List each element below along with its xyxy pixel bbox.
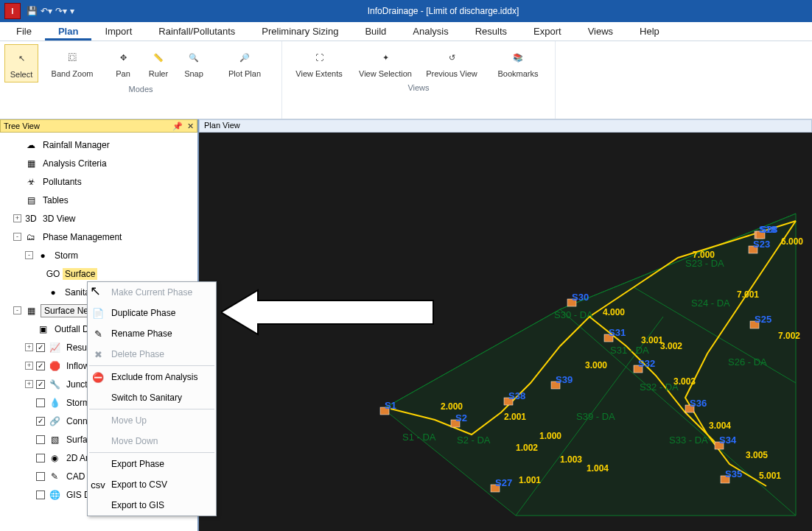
title-bar: I 💾 ↶▾ ↷▾ ▾ InfoDrainage - [Limit of dis… [0, 0, 812, 22]
delete-icon: ✖ [91, 347, 105, 362]
menu-results[interactable]: Results [462, 23, 520, 41]
ctx-label: Delete Phase [111, 349, 164, 359]
tables-icon: ▤ [24, 194, 38, 206]
ribbon-group-label: Modes [4, 82, 277, 95]
viewselection-icon: ✦ [375, 47, 396, 68]
svg-text:5.001: 5.001 [759, 471, 781, 481]
ctx-duplicate[interactable]: 📄Duplicate Phase [88, 303, 216, 323]
tree-item-criteria[interactable]: ▦Analysis Criteria [0, 154, 197, 172]
expand-toggle[interactable]: - [25, 251, 33, 259]
plotplan-button[interactable]: 🔎Plot Plan [212, 44, 277, 82]
checkbox[interactable] [36, 454, 45, 463]
checkbox[interactable] [36, 490, 45, 499]
svg-text:S1: S1 [385, 400, 396, 411]
ctx-exportcsv[interactable]: csvExport to CSV [88, 474, 216, 495]
expand-toggle[interactable]: + [25, 343, 33, 351]
menu-plan[interactable]: Plan [45, 23, 91, 41]
tree-item-pollutants[interactable]: ☣Pollutants [0, 172, 197, 191]
ctx-exportgis[interactable]: Export to GIS [88, 495, 216, 516]
menu-help[interactable]: Help [626, 23, 673, 41]
svg-text:S36: S36 [690, 398, 707, 409]
menu-analysis[interactable]: Analysis [399, 23, 461, 41]
connect-icon: 🔗 [48, 415, 61, 427]
expand-toggle[interactable]: - [13, 233, 21, 241]
ribbon-label: View Extents [295, 69, 342, 78]
ctx-exclude[interactable]: ⛔Exclude from Analysis [88, 367, 216, 387]
svg-text:S39 - DA: S39 - DA [576, 411, 615, 422]
checkbox[interactable]: ✓ [36, 343, 45, 352]
ctx-label: Make Current Phase [111, 287, 192, 298]
plan-view-header: Plan View [199, 119, 812, 133]
separator [89, 365, 214, 366]
ctx-rename[interactable]: ✎Rename Phase [88, 323, 216, 344]
ruler-button[interactable]: 📏Ruler [141, 44, 175, 82]
svg-text:S28: S28 [760, 224, 777, 235]
junctions-icon: 🔧 [48, 379, 61, 390]
viewselection-button[interactable]: ✦View Selection [353, 44, 418, 81]
ribbon-label: Previous View [426, 69, 477, 78]
select-button[interactable]: ↖Select [4, 44, 38, 82]
pin-icon[interactable]: 📌 [172, 122, 183, 131]
ribbon: ↖Select⿴Band Zoom✥Pan📏Ruler🔍Snap🔎Plot Pl… [0, 41, 812, 119]
ctx-delete: ✖Delete Phase [88, 344, 216, 365]
gisdata-icon: 🌐 [48, 489, 61, 501]
ctx-switch[interactable]: Switch to Sanitary [88, 387, 216, 408]
tree-item-rainfall[interactable]: ☁Rainfall Manager [0, 136, 197, 154]
ctx-label: Export to CSV [111, 479, 167, 490]
svg-text:1.001: 1.001 [519, 475, 541, 485]
checkbox[interactable] [36, 398, 45, 407]
expand-toggle[interactable]: - [13, 306, 21, 314]
checkbox[interactable] [36, 435, 45, 444]
close-icon[interactable]: ✕ [187, 122, 194, 131]
checkbox[interactable]: ✓ [36, 417, 45, 426]
undo-icon[interactable]: ↶▾ [41, 6, 52, 16]
save-icon[interactable]: 💾 [27, 6, 38, 16]
exclude-icon: ⛔ [91, 370, 105, 384]
rename-icon: ✎ [91, 326, 105, 341]
pollutants-icon: ☣ [24, 176, 38, 188]
menu-build[interactable]: Build [351, 23, 399, 41]
expand-toggle[interactable]: + [25, 362, 33, 370]
ctx-exportphase[interactable]: Export Phase [88, 454, 216, 474]
previousview-button[interactable]: ↺Previous View [419, 44, 484, 81]
svg-text:1.003: 1.003 [560, 454, 582, 465]
expand-toggle[interactable]: + [25, 380, 33, 388]
ribbon-label: Snap [184, 69, 203, 78]
ctx-label: Move Up [111, 415, 147, 426]
ctx-movedown: Move Down [88, 431, 216, 451]
svg-text:1.000: 1.000 [539, 431, 561, 441]
bandzoom-button[interactable]: ⿴Band Zoom [40, 44, 105, 82]
menu-rainfallpollutants[interactable]: Rainfall/Pollutants [145, 23, 248, 41]
tree-item-surface[interactable]: GOSurface [0, 264, 197, 283]
redo-icon[interactable]: ↷▾ [55, 6, 67, 16]
exportgis-icon [91, 498, 105, 513]
bandzoom-icon: ⿴ [62, 47, 83, 68]
menu-bar: FilePlanImportRainfall/PollutantsPrelimi… [0, 22, 812, 41]
snap-button[interactable]: 🔍Snap [177, 44, 211, 82]
tree-item-3dview[interactable]: +3D3D View [0, 209, 197, 228]
menu-preliminarysizing[interactable]: Preliminary Sizing [248, 23, 351, 41]
tree-item-phaseman[interactable]: -🗂Phase Management [0, 228, 197, 246]
sanitary-icon: ● [46, 286, 60, 298]
ribbon-label: Ruler [149, 69, 168, 78]
tree-label: Phase Management [41, 231, 124, 243]
tree-item-storm[interactable]: -●Storm [0, 246, 197, 264]
menu-import[interactable]: Import [91, 23, 145, 41]
pan-button[interactable]: ✥Pan [106, 44, 140, 82]
window-title: InfoDrainage - [Limit of discharge.iddx] [74, 6, 812, 16]
checkbox[interactable]: ✓ [36, 362, 45, 370]
bookmarks-button[interactable]: 📚Bookmarks [486, 44, 550, 81]
qat-customize-icon[interactable]: ▾ [70, 6, 74, 16]
menu-file[interactable]: File [3, 23, 45, 41]
exportphase-icon [91, 457, 105, 471]
viewextents-button[interactable]: ⛶View Extents [287, 44, 351, 81]
context-menu: Make Current Phase📄Duplicate Phase✎Renam… [87, 281, 217, 516]
checkbox[interactable] [36, 472, 45, 481]
menu-views[interactable]: Views [575, 23, 626, 41]
expand-toggle[interactable]: + [13, 214, 21, 222]
menu-export[interactable]: Export [520, 23, 575, 41]
tree-item-tables[interactable]: ▤Tables [0, 191, 197, 209]
ctx-label: Duplicate Phase [111, 308, 175, 318]
checkbox[interactable]: ✓ [36, 380, 45, 389]
svg-text:S31 - DA: S31 - DA [610, 345, 649, 356]
